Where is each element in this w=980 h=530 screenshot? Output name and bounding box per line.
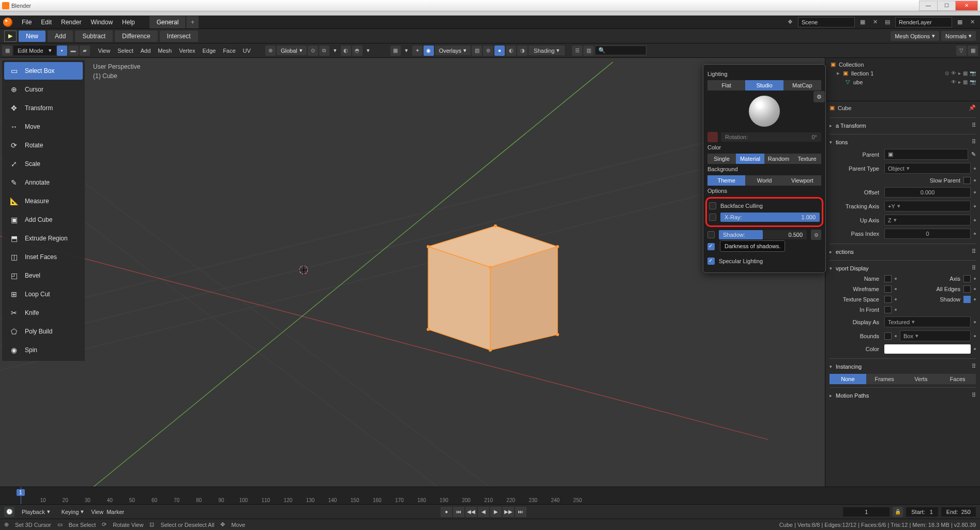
object-color-field[interactable] [884,344,971,354]
end-frame-field[interactable]: End: 250 [941,507,976,517]
instancing-verts[interactable]: Verts [903,374,940,384]
vp-menu-select[interactable]: Select [114,46,137,55]
shading-rendered-icon[interactable]: ◑ [517,46,527,56]
vp-menu-uv[interactable]: UV [240,46,254,55]
header-new-icon[interactable]: ▦ [968,46,978,56]
eyedropper-icon[interactable]: ✎ [971,151,976,158]
menu-file[interactable]: File [18,17,36,28]
autokey-toggle[interactable]: ● [441,507,452,517]
shadow-settings-icon[interactable]: ⚙ [811,230,821,240]
proportional-icon[interactable]: ◐ [341,46,351,56]
renderlayer-field[interactable]: RenderLayer [895,17,952,27]
shadow-display-checkbox[interactable] [963,296,971,303]
timeline-ruler[interactable]: 1020304050607080901001101201301401501601… [0,487,980,504]
shadow-slider[interactable]: Shadow:0.500 [719,230,807,239]
color-tab-random[interactable]: Random [764,154,793,164]
lock-range-icon[interactable]: 🔒 [893,507,903,517]
menu-window[interactable]: Window [86,17,117,28]
tool-scale[interactable]: ⤢Scale [4,155,83,173]
instancing-faces[interactable]: Faces [939,374,976,384]
lighting-tab-studio[interactable]: Studio [745,80,783,90]
show-name-checkbox[interactable] [884,275,892,282]
vp-menu-edge[interactable]: Edge [199,46,219,55]
workspace-add-button[interactable]: + [186,16,199,28]
menu-help[interactable]: Help [118,17,139,28]
outliner-collection-item[interactable]: ▸▣ llection 1 ⊙👁▸▦📷 [830,69,976,78]
overlays-dropdown[interactable]: Overlays▾ [435,46,471,55]
header-search-input[interactable]: 🔍 [595,46,646,55]
bg-tab-theme[interactable]: Theme [707,175,745,186]
mesh-display-icon[interactable]: ▦ [390,46,401,56]
bounds-checkbox[interactable] [884,332,892,340]
play-button[interactable]: ▶ [490,507,502,517]
instancing-none[interactable]: None [830,374,866,384]
xray-toggle-icon[interactable]: ▧ [472,46,482,56]
header-filter-icon[interactable]: ▥ [583,46,594,56]
all-edges-checkbox[interactable] [963,285,971,293]
color-tab-material[interactable]: Material [736,154,764,164]
timeline-editor-icon[interactable]: 🕐 [4,507,14,517]
timeline-view-menu[interactable]: View [91,509,103,515]
tool-select-box[interactable]: ▭Select Box [4,62,83,80]
cavity-checkbox[interactable] [707,243,715,250]
tool-extrude-region[interactable]: ⬒Extrude Region [4,230,83,247]
tool-knife[interactable]: ✂Knife [4,304,83,322]
start-frame-field[interactable]: Start: 1 [906,507,938,517]
menu-edit[interactable]: Edit [37,17,56,28]
overlays-toggle[interactable]: ◉ [424,46,434,56]
current-frame-marker[interactable] [21,487,21,504]
orientation-icon[interactable]: ⊕ [265,46,276,56]
tool-move[interactable]: ↔Move [4,118,83,135]
boolean-new-button[interactable]: New [19,31,46,42]
menu-render[interactable]: Render [57,17,85,28]
normals-dropdown[interactable]: Normals▾ [941,31,976,41]
tool-poly-build[interactable]: ⬠Poly Build [4,323,83,340]
play-reverse-button[interactable]: ◀ [478,507,489,517]
shading-solid-icon[interactable]: ● [494,46,505,56]
cube-object[interactable] [408,190,573,355]
gizmo-icon[interactable]: ✦ [412,46,423,56]
parent-field[interactable]: ▣ [884,149,968,160]
header-list-icon[interactable]: ☰ [572,46,582,56]
layer-browse-icon[interactable]: ▦ [955,18,964,27]
instancing-frames[interactable]: Frames [866,374,903,384]
shading-dropdown[interactable]: Shading▾ [529,46,565,55]
playback-dropdown[interactable]: Playback▾ [18,507,54,517]
edge-select-mode[interactable]: ▬ [68,46,79,56]
in-front-checkbox[interactable] [884,306,892,313]
vp-menu-mesh[interactable]: Mesh [155,46,175,55]
face-select-mode[interactable]: ▰ [80,46,90,56]
filter-icon[interactable]: ▽ [956,46,967,56]
pass-index-field[interactable]: 0 [884,229,971,239]
current-frame-field[interactable]: 1 [843,507,889,517]
shading-wireframe-icon[interactable]: ⊚ [483,46,493,56]
keying-dropdown[interactable]: Keying▾ [57,507,88,517]
viewport-display-header[interactable]: ▾vport Display⠿ [830,263,976,274]
color-tab-texture[interactable]: Texture [793,154,821,164]
proportional-falloff-icon[interactable]: ◓ [352,46,363,56]
editor-type-icon[interactable]: ▦ [2,46,12,56]
tool-cursor[interactable]: ⊕Cursor [4,81,83,98]
backface-culling-checkbox[interactable] [709,202,716,209]
tool-annotate[interactable]: ✎Annotate [4,174,83,191]
color-tab-single[interactable]: Single [707,154,736,164]
bg-tab-world[interactable]: World [745,175,783,186]
mesh-options-dropdown[interactable]: Mesh Options▾ [891,31,939,41]
tool-measure[interactable]: 📐Measure [4,192,83,210]
boolean-difference-button[interactable]: Difference [115,31,157,42]
vp-menu-face[interactable]: Face [220,46,238,55]
shadow-checkbox[interactable] [707,231,715,238]
scene-close-icon[interactable]: ✕ [870,18,880,27]
outliner-cube-item[interactable]: ▽ ube 👁▸▦📷 [830,78,976,86]
tool-loop-cut[interactable]: ⊞Loop Cut [4,285,83,303]
shading-lookdev-icon[interactable]: ◐ [506,46,516,56]
tracking-axis-dropdown[interactable]: +Y [884,201,971,211]
boolean-intersect-button[interactable]: Intersect [160,31,198,42]
collections-section-header[interactable]: ▸ections⠿ [830,246,976,257]
tool-inset-faces[interactable]: ◫Inset Faces [4,248,83,266]
pin-icon[interactable]: 📌 [969,104,976,111]
vp-menu-vertex[interactable]: Vertex [176,46,198,55]
display-as-dropdown[interactable]: Textured [884,316,971,327]
up-axis-dropdown[interactable]: Z [884,215,971,225]
texture-space-checkbox[interactable] [884,296,892,303]
